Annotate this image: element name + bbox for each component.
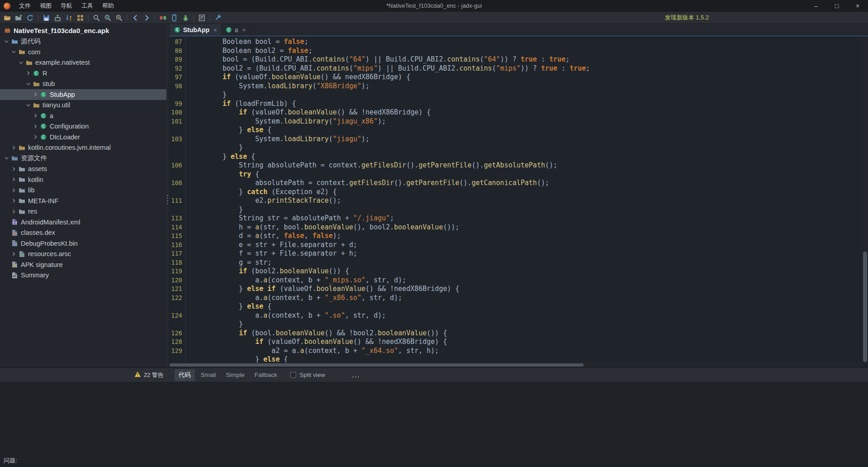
sync-icon[interactable]	[63, 12, 75, 23]
settings-icon[interactable]	[212, 12, 224, 23]
toolbar-separator	[88, 14, 89, 21]
expand-arrow-icon[interactable]	[10, 198, 17, 204]
tab-close-icon[interactable]: ×	[242, 27, 246, 33]
flat-packages-icon[interactable]	[75, 12, 86, 23]
tree-item[interactable]: CDtcLoader	[0, 132, 166, 143]
menu-view[interactable]: 视图	[35, 0, 56, 12]
tree-item[interactable]: 资源文件	[0, 153, 166, 164]
code-line: f = str + File.separator + h;	[190, 249, 868, 258]
menu-tools[interactable]: 工具	[77, 0, 98, 12]
code-editor[interactable]: Boolean bool = false; Boolean bool2 = fa…	[186, 36, 868, 367]
collapse-arrow-icon[interactable]	[10, 49, 17, 55]
line-number: 87	[169, 38, 185, 47]
expand-arrow-icon[interactable]	[32, 134, 39, 140]
tree-item[interactable]: classes.dex	[0, 228, 166, 238]
split-view-toggle[interactable]: Split view	[290, 372, 325, 378]
horizontal-scrollbar-thumb[interactable]	[170, 363, 584, 367]
code-line: } else {	[190, 126, 868, 135]
adb-debug-icon[interactable]	[169, 12, 180, 23]
export-icon[interactable]	[52, 12, 63, 23]
expand-arrow-icon[interactable]	[10, 176, 17, 182]
tree-item[interactable]: CR	[0, 68, 166, 79]
tree-item[interactable]: CConfiguration	[0, 121, 166, 132]
vertical-scrollbar-thumb[interactable]	[863, 252, 867, 362]
code-line: bool = (Build.CPU_ABI.contains("64") || …	[190, 55, 868, 64]
menu-navigate[interactable]: 导航	[56, 0, 77, 12]
search-text-icon[interactable]	[91, 12, 102, 23]
log-viewer-icon[interactable]	[196, 12, 208, 23]
update-notification[interactable]: 发现新版本 1.5.2	[665, 14, 709, 22]
editor-tab[interactable]: CStubApp×	[170, 24, 222, 36]
app-window: { "window": { "title": "*NativeTest_f103…	[0, 0, 868, 467]
tree-item-label: AndroidManifest.xml	[19, 219, 80, 226]
cert-icon	[10, 261, 19, 268]
mode-tab-simple[interactable]: Simple	[222, 370, 249, 380]
expand-arrow-icon[interactable]	[10, 251, 17, 257]
line-number: 106	[169, 161, 185, 170]
tree-item[interactable]: Summary	[0, 270, 166, 281]
reload-icon[interactable]	[24, 12, 36, 23]
menu-help[interactable]: 帮助	[98, 0, 118, 12]
horizontal-scrollbar[interactable]	[169, 362, 862, 367]
collapse-arrow-icon[interactable]	[24, 81, 32, 87]
tree-item[interactable]: com	[0, 47, 166, 57]
vertical-scrollbar[interactable]	[862, 36, 868, 362]
search-comment-icon[interactable]	[113, 12, 125, 23]
tree-item[interactable]: tianyu.util	[0, 100, 166, 111]
tree-item[interactable]: example.nativetest	[0, 57, 166, 68]
editor-tab[interactable]: Ca×	[222, 24, 250, 36]
expand-arrow-icon[interactable]	[10, 209, 17, 214]
line-number	[169, 143, 185, 152]
split-view-checkbox[interactable]	[290, 372, 296, 378]
quark-icon[interactable]	[180, 12, 191, 23]
tree-item[interactable]: assets	[0, 164, 166, 175]
expand-arrow-icon[interactable]	[32, 124, 39, 129]
tree-item[interactable]: CStubApp	[0, 89, 166, 100]
tree-item[interactable]: 源代码	[0, 36, 166, 47]
expand-arrow-icon[interactable]	[32, 91, 39, 97]
expand-arrow-icon[interactable]	[10, 187, 17, 193]
war nings-area[interactable]: 22 警告	[0, 371, 168, 379]
open-file-icon[interactable]	[2, 12, 13, 23]
collapse-arrow-icon[interactable]	[3, 155, 10, 161]
collapse-arrow-icon[interactable]	[3, 38, 10, 44]
collapse-arrow-icon[interactable]	[17, 60, 24, 66]
tree-item[interactable]: AndroidManifest.xml	[0, 217, 166, 228]
deobfuscation-icon[interactable]	[157, 12, 169, 23]
back-icon[interactable]	[130, 12, 141, 23]
code-line: if (valueOf.booleanValue() && !needX86Br…	[190, 108, 868, 117]
toolbar-separator	[210, 14, 210, 21]
tree-item[interactable]: Ca	[0, 110, 166, 121]
mode-tab-smali[interactable]: Smali	[197, 370, 220, 380]
minimize-button[interactable]: –	[806, 0, 826, 12]
expand-arrow-icon[interactable]	[32, 113, 39, 119]
code-line: System.loadLibrary("jiagu_x86");	[190, 117, 868, 126]
expand-arrow-icon[interactable]	[24, 70, 32, 76]
tree-item[interactable]: NativeTest_f103cda0_enc.apk	[0, 25, 166, 36]
add-files-icon[interactable]	[13, 12, 24, 23]
panel-grip-icon[interactable]: ⋯	[352, 374, 360, 380]
forward-icon[interactable]	[141, 12, 152, 23]
tree-item[interactable]: kotlin.coroutines.jvm.internal	[0, 143, 166, 153]
tree-item[interactable]: META-INF	[0, 195, 166, 206]
tree-item[interactable]: DebugProbesKt.bin	[0, 238, 166, 249]
line-number: 129	[169, 347, 185, 356]
mode-tab-code[interactable]: 代码	[175, 369, 195, 381]
collapse-arrow-icon[interactable]	[24, 102, 32, 108]
package-icon	[24, 60, 33, 66]
close-button[interactable]: ×	[847, 0, 868, 12]
tree-item[interactable]: lib	[0, 185, 166, 196]
tree-item[interactable]: APK signature	[0, 259, 166, 270]
tab-close-icon[interactable]: ×	[213, 27, 217, 33]
expand-arrow-icon[interactable]	[10, 145, 17, 151]
menu-file[interactable]: 文件	[14, 0, 35, 12]
save-all-icon[interactable]	[41, 12, 52, 23]
expand-arrow-icon[interactable]	[10, 166, 17, 172]
tree-item[interactable]: res	[0, 206, 166, 217]
tree-item[interactable]: resources.arsc	[0, 249, 166, 260]
mode-tab-fallback[interactable]: Fallback	[250, 370, 281, 380]
tree-item[interactable]: stub	[0, 79, 166, 90]
search-class-icon[interactable]	[102, 12, 113, 23]
tree-item[interactable]: kotlin	[0, 174, 166, 185]
maximize-button[interactable]: □	[826, 0, 847, 12]
